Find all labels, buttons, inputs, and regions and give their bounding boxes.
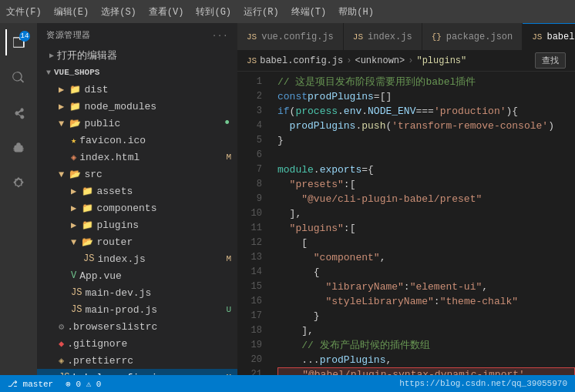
sidebar-item-label: components	[96, 203, 156, 214]
menu-bar[interactable]: 文件(F) 编辑(E) 选择(S) 查看(V) 转到(G) 运行(R) 终端(T…	[6, 5, 374, 18]
sidebar-item-index-html[interactable]: ◈ index.html M	[37, 149, 237, 166]
sidebar-item-label: dist	[84, 84, 108, 95]
js-tab-icon: JS	[353, 32, 363, 42]
chevron-right-icon: ▶	[49, 51, 54, 60]
sidebar-item-assets[interactable]: ▶ 📁 assets	[37, 183, 237, 199]
tab-label: index.js	[368, 32, 412, 42]
code-line-13: "component",	[277, 250, 575, 265]
blog-url: https://blog.csdn.net/qq_39055970	[399, 379, 567, 388]
js-icon: JS	[71, 304, 82, 315]
sidebar-more[interactable]: ···	[212, 31, 228, 40]
code-line-21: "@babel/plugin-syntax-dynamic-import'	[277, 367, 575, 375]
code-line-12: [	[277, 236, 575, 250]
sidebar-item-browserslistrc[interactable]: ⚙ .browserslistrc	[37, 318, 237, 335]
project-root[interactable]: ▼ VUE_SHOPS	[37, 64, 237, 81]
tab-index-js[interactable]: JS index.js	[344, 23, 422, 50]
breadcrumb: JS babel.config.js › <unknown> › "plugin…	[237, 50, 575, 72]
sidebar-item-node-modules[interactable]: ▶ 📁 node_modules	[37, 98, 237, 115]
main-container: 14 资源管理器 ···	[0, 23, 575, 375]
prettier-icon: ◈	[59, 355, 64, 367]
sidebar-item-label: assets	[96, 186, 133, 197]
folder-icon: ▶ 📁	[59, 101, 81, 112]
vue-icon: V	[71, 270, 76, 281]
open-editors-label: 打开的编辑器	[57, 49, 117, 62]
sidebar-item-router[interactable]: ▼ 📂 router	[37, 233, 237, 250]
tab-label: package.json	[446, 32, 513, 42]
sidebar-item-gitignore[interactable]: ◆ .gitignore	[37, 335, 237, 352]
js-tab-icon: JS	[247, 32, 257, 42]
git-icon: ◆	[59, 338, 64, 350]
code-line-19: // 发布产品时候的插件数组	[277, 338, 575, 353]
code-line-15: "libraryName": "element-ui",	[277, 280, 575, 294]
sidebar-item-label: node_modules	[84, 101, 156, 112]
editor-area: JS vue.config.js JS index.js {} package.…	[237, 23, 575, 375]
activity-source-control[interactable]	[5, 100, 32, 126]
menu-terminal[interactable]: 终端(T)	[291, 5, 327, 18]
menu-edit[interactable]: 编辑(E)	[54, 5, 89, 18]
sidebar-item-plugins[interactable]: ▶ 📁 plugins	[37, 216, 237, 233]
statusbar: ⎇ master ⊗ 0 ⚠ 0 https://blog.csdn.net/q…	[0, 375, 575, 392]
sidebar-item-app-vue[interactable]: V App.vue	[37, 267, 237, 284]
js-tab-icon: JS	[532, 32, 542, 42]
sidebar-item-router-index[interactable]: JS index.js M	[37, 250, 237, 267]
folder-open-icon: ▼ 📂	[71, 236, 93, 248]
sidebar-item-label: App.vue	[79, 270, 122, 282]
sidebar-title: 资源管理器	[46, 29, 91, 41]
modified-dot: •	[223, 116, 237, 130]
menu-help[interactable]: 帮助(H)	[338, 5, 374, 18]
code-line-11: "plugins": [	[277, 221, 575, 236]
activity-search[interactable]	[5, 65, 32, 91]
code-line-18: ],	[277, 323, 575, 338]
code-line-3: if(process.env.NODE_ENV === 'production'…	[277, 104, 575, 119]
tab-label: babel.config.js	[546, 32, 575, 42]
sidebar-item-main-dev[interactable]: JS main-dev.js	[37, 284, 237, 301]
tab-package-json[interactable]: {} package.json	[422, 23, 523, 50]
code-line-7: module.exports = {	[277, 162, 575, 177]
sidebar-item-prettierrc[interactable]: ◈ .prettierrc	[37, 352, 237, 369]
code-line-10: ],	[277, 206, 575, 221]
menu-run[interactable]: 运行(R)	[244, 5, 279, 18]
breadcrumb-file[interactable]: babel.config.js	[260, 55, 343, 66]
menu-view[interactable]: 查看(V)	[149, 5, 184, 18]
sidebar-item-favicon[interactable]: ★ favicon.ico	[37, 132, 237, 149]
menu-select[interactable]: 选择(S)	[101, 5, 136, 18]
html-icon: ◈	[71, 152, 76, 163]
activity-debug[interactable]	[5, 136, 32, 162]
sidebar-item-label: src	[84, 169, 102, 180]
activity-extensions[interactable]	[5, 171, 32, 197]
folder-icon: ▶ 📁	[71, 186, 93, 197]
sidebar-item-label: .browserslistrc	[67, 321, 157, 333]
tab-vue-config[interactable]: JS vue.config.js	[237, 23, 344, 50]
activity-bar: 14	[0, 23, 37, 375]
star-icon: ★	[71, 135, 76, 146]
explorer-badge: 14	[19, 31, 30, 42]
sidebar-item-components[interactable]: ▶ 📁 components	[37, 199, 237, 216]
sidebar-item-dist[interactable]: ▶ 📁 dist	[37, 81, 237, 98]
menu-file[interactable]: 文件(F)	[6, 5, 42, 18]
activity-explorer[interactable]: 14	[5, 29, 32, 55]
tab-babel-config[interactable]: JS babel.config.js ×	[523, 23, 575, 50]
untracked-badge: U	[226, 305, 237, 314]
sidebar-item-public[interactable]: ▼ 📂 public •	[37, 115, 237, 132]
breadcrumb-plugins[interactable]: "plugins"	[416, 55, 466, 66]
open-editors-section[interactable]: ▶ 打开的编辑器	[37, 47, 237, 64]
sidebar-item-label: index.js	[97, 253, 145, 265]
code-line-20: ...prodPlugins,	[277, 353, 575, 367]
breadcrumb-unknown[interactable]: <unknown>	[355, 55, 405, 66]
breadcrumb-sep1: ›	[346, 55, 351, 66]
sidebar-item-babel-config[interactable]: JS babel.config.js M	[37, 369, 237, 375]
search-button[interactable]: 查找	[535, 52, 566, 69]
sidebar-item-main-prod[interactable]: JS main-prod.js U	[37, 301, 237, 318]
error-count: ⊗ 0 ⚠ 0	[66, 379, 101, 389]
code-line-5: }	[277, 133, 575, 148]
code-line-16: "styleLibraryName": "theme-chalk"	[277, 294, 575, 309]
breadcrumb-sep2: ›	[408, 55, 413, 66]
code-editor: 12345 678910 1112131415 1617181920 21222…	[237, 72, 575, 375]
code-line-9: "@vue/cli-plugin-babel/preset"	[277, 192, 575, 206]
code-content[interactable]: // 这是项目发布阶段需要用到的babel插件 const prodPlugin…	[268, 72, 575, 375]
menu-goto[interactable]: 转到(G)	[196, 5, 231, 18]
titlebar: 文件(F) 编辑(E) 选择(S) 查看(V) 转到(G) 运行(R) 终端(T…	[0, 0, 575, 23]
sidebar-item-src[interactable]: ▼ 📂 src	[37, 166, 237, 183]
sidebar-item-label: main-dev.js	[85, 287, 151, 299]
code-line-17: }	[277, 309, 575, 323]
